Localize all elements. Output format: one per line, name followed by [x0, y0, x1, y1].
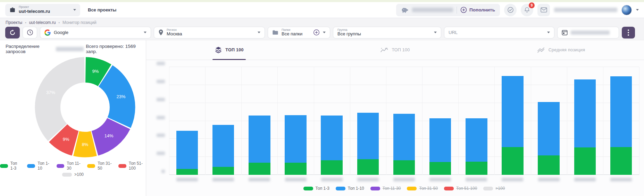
- donut-legend: Топ 1-3Топ 1-10Топ 11-30Топ 31-50Топ 51-…: [0, 161, 146, 177]
- folders-select[interactable]: Папки Все папки: [268, 27, 330, 39]
- bar-segment-топ1-10[interactable]: [574, 79, 596, 147]
- avatar[interactable]: [621, 5, 632, 15]
- stacked-bar[interactable]: [212, 125, 234, 175]
- donut-legend-item[interactable]: Топ 11-30: [57, 161, 82, 171]
- bar-legend-item[interactable]: Топ 51-100: [444, 186, 477, 191]
- bar-segment-топ1-10[interactable]: [538, 102, 559, 155]
- tab-top100-line[interactable]: ТОП 100: [312, 40, 478, 60]
- history-button[interactable]: [23, 27, 37, 39]
- clock-icon: [27, 29, 33, 36]
- bar-segment-топ1-3[interactable]: [321, 160, 342, 175]
- legend-swatch: [370, 187, 380, 190]
- bar-legend-item[interactable]: Топ 31-50: [407, 186, 438, 191]
- bar-segment-топ1-3[interactable]: [502, 147, 523, 175]
- stacked-bar[interactable]: [502, 76, 523, 175]
- group-select[interactable]: Группа Все группы: [333, 27, 441, 39]
- bar-segment-топ1-3[interactable]: [466, 162, 487, 175]
- y-tick-label-blurred: [157, 152, 165, 155]
- stacked-bar[interactable]: [538, 102, 559, 175]
- more-actions-button[interactable]: [622, 27, 635, 39]
- bar-segment-топ1-3[interactable]: [429, 162, 451, 175]
- stacked-bar[interactable]: [321, 116, 342, 175]
- bar-legend-item[interactable]: Топ 1-10: [336, 186, 364, 191]
- bar-segment-топ1-10[interactable]: [212, 125, 234, 167]
- stacked-bar[interactable]: [285, 115, 306, 175]
- donut-legend-item[interactable]: Топ 1-10: [27, 161, 51, 171]
- google-logo-icon: [44, 29, 51, 36]
- breadcrumb-project[interactable]: uut-telecom.ru: [29, 20, 56, 25]
- refresh-button[interactable]: [5, 27, 20, 39]
- add-folder-icon[interactable]: [313, 29, 320, 36]
- legend-label: Топ 1-10: [37, 161, 51, 171]
- breadcrumb-current: Монитор позиций: [62, 20, 97, 25]
- bar-segment-топ1-3[interactable]: [610, 147, 632, 175]
- stacked-bar[interactable]: [466, 118, 487, 175]
- bar-segment-топ1-10[interactable]: [502, 76, 523, 147]
- bar-segment-топ1-10[interactable]: [249, 116, 270, 163]
- url-select[interactable]: URL: [444, 27, 554, 39]
- bar-slot: [531, 67, 567, 175]
- stacked-bar[interactable]: [357, 113, 379, 175]
- all-projects-link[interactable]: Все проекты: [88, 7, 116, 12]
- donut-legend-item[interactable]: Топ 31-50: [87, 161, 113, 171]
- plus-circle-icon: [460, 7, 467, 13]
- bar-legend-item[interactable]: Топ 1-3: [303, 186, 329, 191]
- project-selector[interactable]: Проект uut-telecom.ru: [5, 4, 80, 16]
- donut-legend-item[interactable]: Топ 1-3: [0, 161, 22, 171]
- bar-segment-топ1-3[interactable]: [285, 163, 306, 175]
- bar-segment-топ1-3[interactable]: [357, 159, 379, 175]
- notifications-button[interactable]: 9: [521, 4, 533, 16]
- folder-icon: [272, 30, 278, 35]
- x-tick-label-blurred: [574, 178, 596, 181]
- bar-segment-топ1-10[interactable]: [610, 76, 632, 147]
- x-tick-label-blurred: [466, 178, 487, 181]
- tab-label: ТОП 100: [392, 48, 410, 52]
- bar-segment-топ1-3[interactable]: [212, 167, 234, 175]
- bar-segment-топ1-10[interactable]: [357, 113, 379, 160]
- account-menu-caret[interactable]: [636, 9, 639, 11]
- bar-segment-топ1-3[interactable]: [393, 160, 415, 175]
- main-content: Распределение запросов Всего проверено: …: [0, 40, 644, 196]
- bar-segment-топ1-3[interactable]: [538, 155, 559, 175]
- topup-button[interactable]: Пополнить: [460, 7, 495, 13]
- donut-segment-label: 9%: [63, 137, 69, 142]
- stacked-bar[interactable]: [610, 76, 632, 175]
- bar-segment-топ1-10[interactable]: [321, 116, 342, 160]
- bar-segment-топ1-10[interactable]: [285, 115, 306, 163]
- tab-top100-stacked[interactable]: ТОП 100: [146, 40, 312, 60]
- stacked-bar[interactable]: [249, 116, 270, 175]
- bar-chart-legend: Топ 1-3Топ 1-10Топ 11-30Топ 31-50Топ 51-…: [169, 186, 639, 191]
- project-value: uut-telecom.ru: [19, 9, 70, 14]
- breadcrumb-projects[interactable]: Проекты: [6, 20, 22, 25]
- y-tick-label-blurred: [161, 170, 165, 173]
- bar-segment-топ1-10[interactable]: [466, 118, 487, 161]
- bar-slot: [458, 67, 494, 175]
- bar-segment-топ1-10[interactable]: [176, 131, 198, 169]
- stacked-bar[interactable]: [393, 114, 415, 175]
- topup-label: Пополнить: [469, 7, 495, 12]
- bar-segment-топ1-10[interactable]: [393, 114, 415, 160]
- bar-slot: [567, 67, 603, 175]
- stacked-bar[interactable]: [176, 131, 198, 175]
- account-email-blurred: [554, 8, 617, 12]
- region-select[interactable]: Регион Москва: [154, 27, 265, 39]
- donut-legend-item[interactable]: Топ 51-100: [118, 161, 146, 171]
- messages-button[interactable]: [537, 4, 550, 16]
- tab-average-position[interactable]: Средняя позиция: [478, 40, 644, 60]
- donut-legend-item[interactable]: >100: [62, 172, 84, 177]
- stacked-bar[interactable]: [429, 118, 451, 175]
- bar-slot: [386, 67, 422, 175]
- group-value: Все группы: [337, 32, 431, 37]
- bar-segment-топ1-3[interactable]: [176, 169, 198, 175]
- bar-legend-item[interactable]: Топ 11-30: [370, 186, 401, 191]
- bar-segment-топ1-10[interactable]: [429, 118, 451, 162]
- search-engine-select[interactable]: Google: [40, 27, 151, 39]
- trend-line-icon: [380, 47, 388, 53]
- bar-segment-топ1-3[interactable]: [574, 147, 596, 175]
- date-range-picker[interactable]: [557, 27, 619, 39]
- total-checked-label: Всего проверено: 1569 запр.: [86, 44, 140, 54]
- tasks-button[interactable]: [504, 4, 517, 16]
- stacked-bar[interactable]: [574, 79, 596, 175]
- bar-segment-топ1-3[interactable]: [249, 163, 270, 175]
- bar-legend-item[interactable]: >100: [483, 186, 505, 191]
